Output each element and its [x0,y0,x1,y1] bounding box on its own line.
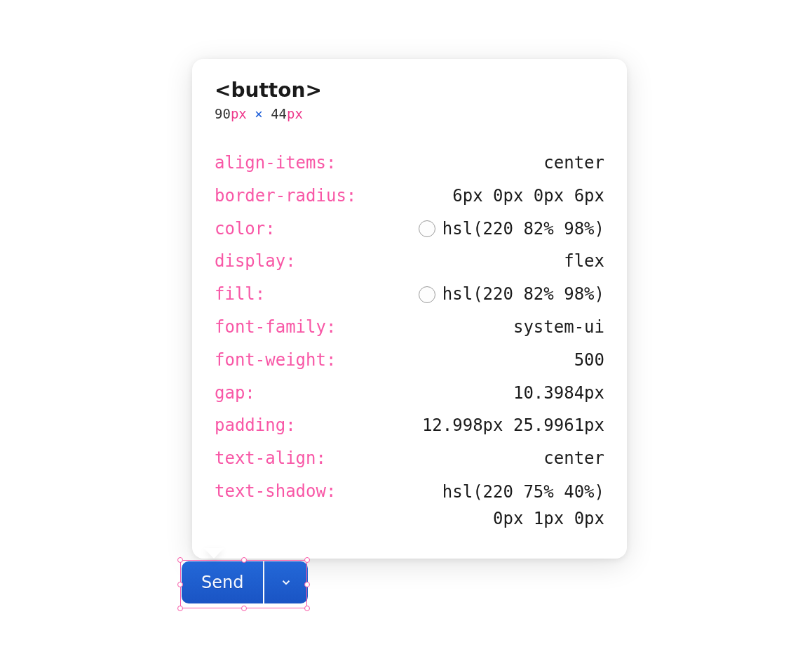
css-property-value: center [543,442,604,475]
css-property-row: gap:10.3984px [215,377,604,410]
css-property-row: fill:hsl(220 82% 98%) [215,278,604,311]
css-property-value: 6px 0px 0px 6px [452,180,604,213]
css-property-row: text-align:center [215,442,604,475]
css-property-row: color:hsl(220 82% 98%) [215,213,604,246]
css-property-row: font-family:system-ui [215,311,604,344]
element-dimensions: 90px × 44px [215,106,604,121]
width-value: 90 [215,106,231,121]
css-property-row: border-radius:6px 0px 0px 6px [215,180,604,213]
send-button-label: Send [201,573,243,592]
css-property-value: hsl(220 82% 98%) [419,278,604,311]
css-property-value: hsl(220 82% 98%) [419,213,604,246]
chevron-down-icon [280,576,292,589]
selection-handle[interactable] [241,606,247,611]
css-property-value: 10.3984px [513,377,604,410]
css-property-name: font-family: [215,311,336,344]
css-property-value: hsl(220 75% 40%)0px 1px 0px [442,475,604,536]
css-property-name: color: [215,213,276,246]
css-property-value: center [543,147,604,180]
css-property-name: gap: [215,377,255,410]
css-property-name: display: [215,245,296,278]
color-swatch-icon [419,220,435,237]
width-unit: px [231,106,247,121]
css-property-row: text-shadow:hsl(220 75% 40%)0px 1px 0px [215,475,604,536]
css-property-row: font-weight:500 [215,344,604,377]
css-property-row: align-items:center [215,147,604,180]
css-property-row: padding:12.998px 25.9961px [215,409,604,442]
send-button-group: Send [182,561,308,603]
css-property-name: text-align: [215,442,326,475]
css-property-name: align-items: [215,147,336,180]
css-property-value: system-ui [513,311,604,344]
selection-handle[interactable] [304,606,310,611]
css-property-value: flex [564,245,604,278]
dimensions-separator: × [255,106,262,121]
css-property-name: border-radius: [215,180,356,213]
tooltip-arrow [204,548,224,559]
css-property-value: 500 [574,344,604,377]
height-unit: px [287,106,303,121]
css-property-name: padding: [215,409,296,442]
css-property-row: display:flex [215,245,604,278]
height-value: 44 [271,106,287,121]
css-property-name: fill: [215,278,265,311]
selection-handle[interactable] [177,606,183,611]
css-property-name: font-weight: [215,344,336,377]
send-dropdown-button[interactable] [264,561,308,603]
css-properties-list: align-items:centerborder-radius:6px 0px … [215,147,604,536]
element-tag-label: <button> [215,79,604,102]
css-property-value: 12.998px 25.9961px [422,409,604,442]
css-property-name: text-shadow: [215,475,336,508]
color-swatch-icon [419,286,435,303]
send-button[interactable]: Send [182,561,263,603]
css-inspector-tooltip: <button> 90px × 44px align-items:centerb… [192,59,627,559]
